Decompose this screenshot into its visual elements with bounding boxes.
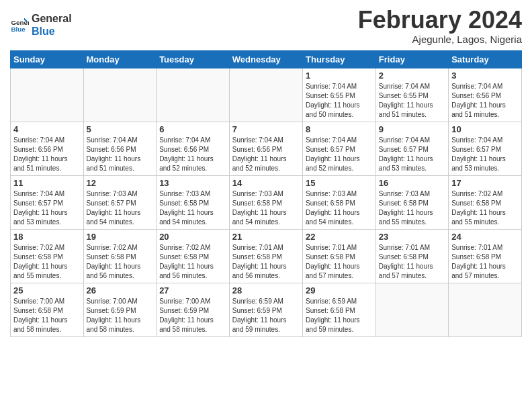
calendar-cell: 12Sunrise: 7:03 AM Sunset: 6:57 PM Dayli…	[83, 175, 157, 229]
day-number: 24	[451, 232, 519, 242]
weekday-header-tuesday: Tuesday	[157, 50, 230, 68]
day-info: Sunrise: 7:03 AM Sunset: 6:58 PM Dayligh…	[159, 189, 226, 227]
day-info: Sunrise: 7:03 AM Sunset: 6:58 PM Dayligh…	[306, 189, 373, 227]
calendar-week-3: 11Sunrise: 7:04 AM Sunset: 6:57 PM Dayli…	[11, 175, 522, 229]
calendar-cell: 24Sunrise: 7:01 AM Sunset: 6:58 PM Dayli…	[449, 229, 522, 283]
logo-line2: Blue	[32, 25, 72, 38]
day-info: Sunrise: 6:59 AM Sunset: 6:59 PM Dayligh…	[232, 297, 300, 334]
calendar-cell: 5Sunrise: 7:04 AM Sunset: 6:56 PM Daylig…	[83, 122, 157, 175]
calendar-cell: 20Sunrise: 7:02 AM Sunset: 6:58 PM Dayli…	[157, 229, 230, 283]
day-number: 9	[379, 124, 445, 134]
day-number: 1	[306, 71, 373, 81]
day-info: Sunrise: 7:04 AM Sunset: 6:57 PM Dayligh…	[13, 189, 81, 227]
day-info: Sunrise: 7:04 AM Sunset: 6:56 PM Dayligh…	[13, 136, 81, 173]
calendar-cell	[375, 283, 448, 336]
day-info: Sunrise: 7:01 AM Sunset: 6:58 PM Dayligh…	[306, 243, 373, 281]
weekday-header-saturday: Saturday	[449, 50, 522, 68]
calendar-cell: 8Sunrise: 7:04 AM Sunset: 6:57 PM Daylig…	[303, 122, 376, 175]
day-number: 23	[379, 232, 445, 242]
calendar-cell: 10Sunrise: 7:04 AM Sunset: 6:57 PM Dayli…	[449, 122, 522, 175]
calendar-cell: 2Sunrise: 7:04 AM Sunset: 6:55 PM Daylig…	[375, 68, 448, 122]
day-info: Sunrise: 7:04 AM Sunset: 6:55 PM Dayligh…	[379, 82, 445, 120]
calendar-cell: 1Sunrise: 7:04 AM Sunset: 6:55 PM Daylig…	[303, 68, 376, 122]
day-info: Sunrise: 7:02 AM Sunset: 6:58 PM Dayligh…	[87, 243, 154, 281]
calendar-cell: 25Sunrise: 7:00 AM Sunset: 6:58 PM Dayli…	[11, 283, 84, 336]
weekday-header-wednesday: Wednesday	[229, 50, 302, 68]
calendar-cell: 21Sunrise: 7:01 AM Sunset: 6:58 PM Dayli…	[229, 229, 302, 283]
day-info: Sunrise: 7:02 AM Sunset: 6:58 PM Dayligh…	[159, 243, 226, 281]
logo: General Blue General Blue	[10, 12, 72, 38]
day-number: 5	[87, 124, 154, 134]
day-number: 6	[159, 124, 226, 134]
calendar-cell: 14Sunrise: 7:03 AM Sunset: 6:58 PM Dayli…	[229, 175, 302, 229]
day-number: 13	[159, 178, 226, 188]
day-number: 3	[451, 71, 519, 81]
day-number: 8	[306, 124, 373, 134]
calendar-cell: 18Sunrise: 7:02 AM Sunset: 6:58 PM Dayli…	[11, 229, 84, 283]
day-info: Sunrise: 7:01 AM Sunset: 6:58 PM Dayligh…	[232, 243, 300, 281]
calendar-cell: 11Sunrise: 7:04 AM Sunset: 6:57 PM Dayli…	[11, 175, 84, 229]
day-number: 27	[159, 285, 226, 295]
day-info: Sunrise: 7:04 AM Sunset: 6:57 PM Dayligh…	[306, 136, 373, 173]
day-number: 14	[232, 178, 300, 188]
calendar-cell: 26Sunrise: 7:00 AM Sunset: 6:59 PM Dayli…	[83, 283, 157, 336]
logo-line1: General	[32, 12, 72, 25]
day-info: Sunrise: 7:04 AM Sunset: 6:56 PM Dayligh…	[232, 136, 300, 173]
weekday-header-thursday: Thursday	[303, 50, 376, 68]
svg-text:Blue: Blue	[11, 26, 26, 33]
calendar-cell: 9Sunrise: 7:04 AM Sunset: 6:57 PM Daylig…	[375, 122, 448, 175]
day-number: 10	[451, 124, 519, 134]
day-number: 26	[87, 285, 154, 295]
day-number: 12	[87, 178, 154, 188]
day-info: Sunrise: 7:04 AM Sunset: 6:56 PM Dayligh…	[451, 82, 519, 120]
day-number: 25	[13, 285, 81, 295]
calendar-cell: 29Sunrise: 6:59 AM Sunset: 6:58 PM Dayli…	[303, 283, 376, 336]
calendar-cell	[229, 68, 302, 122]
calendar-cell: 28Sunrise: 6:59 AM Sunset: 6:59 PM Dayli…	[229, 283, 302, 336]
calendar-cell: 4Sunrise: 7:04 AM Sunset: 6:56 PM Daylig…	[11, 122, 84, 175]
calendar-cell: 27Sunrise: 7:00 AM Sunset: 6:59 PM Dayli…	[157, 283, 230, 336]
calendar-cell: 17Sunrise: 7:02 AM Sunset: 6:58 PM Dayli…	[449, 175, 522, 229]
weekday-header-row: SundayMondayTuesdayWednesdayThursdayFrid…	[11, 50, 522, 68]
day-info: Sunrise: 7:04 AM Sunset: 6:56 PM Dayligh…	[87, 136, 154, 173]
day-info: Sunrise: 7:04 AM Sunset: 6:57 PM Dayligh…	[451, 136, 519, 173]
calendar-cell: 6Sunrise: 7:04 AM Sunset: 6:56 PM Daylig…	[157, 122, 230, 175]
day-number: 28	[232, 285, 300, 295]
calendar-cell: 19Sunrise: 7:02 AM Sunset: 6:58 PM Dayli…	[83, 229, 157, 283]
calendar-cell	[157, 68, 230, 122]
day-info: Sunrise: 7:04 AM Sunset: 6:55 PM Dayligh…	[306, 82, 373, 120]
location: Ajegunle, Lagos, Nigeria	[358, 34, 522, 45]
title-block: February 2024 Ajegunle, Lagos, Nigeria	[358, 7, 522, 45]
day-number: 19	[87, 232, 154, 242]
calendar-cell	[11, 68, 84, 122]
day-info: Sunrise: 7:00 AM Sunset: 6:58 PM Dayligh…	[13, 297, 81, 334]
day-info: Sunrise: 7:04 AM Sunset: 6:57 PM Dayligh…	[379, 136, 445, 173]
day-info: Sunrise: 7:03 AM Sunset: 6:58 PM Dayligh…	[379, 189, 445, 227]
day-info: Sunrise: 6:59 AM Sunset: 6:58 PM Dayligh…	[306, 297, 373, 334]
calendar-cell: 16Sunrise: 7:03 AM Sunset: 6:58 PM Dayli…	[375, 175, 448, 229]
calendar-cell: 22Sunrise: 7:01 AM Sunset: 6:58 PM Dayli…	[303, 229, 376, 283]
calendar-cell	[449, 283, 522, 336]
day-number: 16	[379, 178, 445, 188]
page-header: General Blue General Blue February 2024 …	[10, 7, 522, 45]
weekday-header-monday: Monday	[83, 50, 157, 68]
weekday-header-sunday: Sunday	[11, 50, 84, 68]
day-info: Sunrise: 7:00 AM Sunset: 6:59 PM Dayligh…	[87, 297, 154, 334]
day-number: 17	[451, 178, 519, 188]
day-number: 7	[232, 124, 300, 134]
day-info: Sunrise: 7:01 AM Sunset: 6:58 PM Dayligh…	[451, 243, 519, 281]
calendar-cell: 7Sunrise: 7:04 AM Sunset: 6:56 PM Daylig…	[229, 122, 302, 175]
day-number: 11	[13, 178, 81, 188]
day-number: 22	[306, 232, 373, 242]
day-number: 18	[13, 232, 81, 242]
day-number: 4	[13, 124, 81, 134]
calendar-cell: 15Sunrise: 7:03 AM Sunset: 6:58 PM Dayli…	[303, 175, 376, 229]
calendar-week-4: 18Sunrise: 7:02 AM Sunset: 6:58 PM Dayli…	[11, 229, 522, 283]
day-number: 29	[306, 285, 373, 295]
calendar-week-5: 25Sunrise: 7:00 AM Sunset: 6:58 PM Dayli…	[11, 283, 522, 336]
day-number: 2	[379, 71, 445, 81]
day-number: 21	[232, 232, 300, 242]
day-info: Sunrise: 7:00 AM Sunset: 6:59 PM Dayligh…	[159, 297, 226, 334]
day-info: Sunrise: 7:04 AM Sunset: 6:56 PM Dayligh…	[159, 136, 226, 173]
calendar-week-1: 1Sunrise: 7:04 AM Sunset: 6:55 PM Daylig…	[11, 68, 522, 122]
